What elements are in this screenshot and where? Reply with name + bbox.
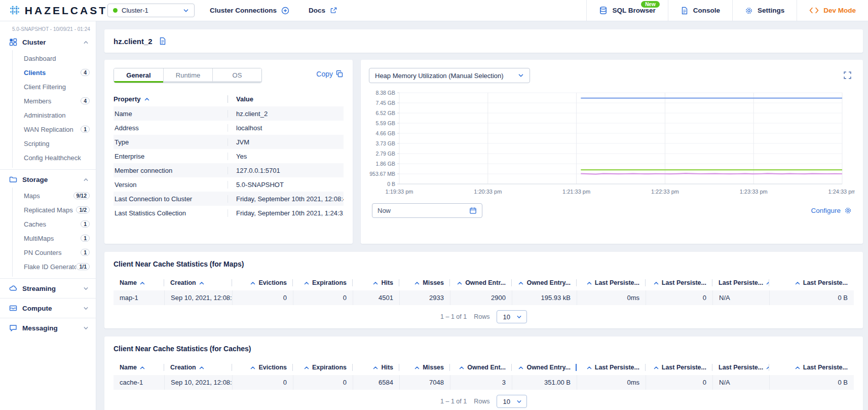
heap-memory-chart-svg: 8.38 GB7.45 GB6.52 GB5.59 GB4.66 GB3.73 … (369, 90, 855, 199)
column-header-expirations[interactable]: Expirations (293, 275, 353, 290)
expand-icon[interactable] (843, 71, 852, 80)
sidebar-item-label: PN Counters (24, 249, 81, 256)
count-badge: 1/1 (76, 263, 90, 270)
tab-general[interactable]: General (114, 68, 163, 83)
sort-caret-icon (140, 281, 145, 285)
time-picker-value: Now (378, 207, 391, 214)
table-cell: 0 (646, 375, 712, 390)
cluster-status-icon (113, 8, 118, 13)
sidebar-item-pn-counters[interactable]: PN Counters1 (13, 245, 96, 259)
column-header-owned-ent[interactable]: Owned Ent... (450, 360, 512, 375)
sidebar-section-streaming[interactable]: Streaming (0, 280, 96, 296)
column-header-expirations[interactable]: Expirations (293, 360, 353, 375)
column-header-label: Creation (170, 279, 196, 286)
rows-per-page-select[interactable]: 10 (497, 395, 526, 408)
column-header-hits[interactable]: Hits (353, 275, 399, 290)
database-icon (599, 6, 608, 15)
column-header-evictions[interactable]: Evictions (232, 275, 293, 290)
column-header-last-persiste[interactable]: Last Persiste... (577, 360, 646, 375)
column-header-last-persiste[interactable]: Last Persiste... (646, 275, 712, 290)
sidebar-item-replicated-maps[interactable]: Replicated Maps1/2 (13, 203, 96, 217)
column-header-owned-entry[interactable]: Owned Entry... (512, 275, 577, 290)
sidebar-item-members[interactable]: Members4 (13, 94, 96, 108)
column-header-label: Misses (423, 279, 444, 286)
table-cell: 0 (293, 375, 353, 390)
time-picker-input[interactable]: Now (372, 203, 482, 218)
column-header-name[interactable]: Name (114, 275, 164, 290)
column-header-label: Expirations (312, 279, 347, 286)
sidebar-section-label: Storage (22, 176, 78, 183)
sidebar-item-clients[interactable]: Clients4 (13, 65, 96, 80)
sidebar: 5.0-SNAPSHOT - 10/09/21 - 01:24 ClusterD… (0, 21, 96, 410)
configure-button[interactable]: Configure (811, 207, 852, 214)
console-button[interactable]: Console (668, 0, 732, 21)
sidebar-item-flake-id-generators[interactable]: Flake ID Generators1/1 (13, 259, 96, 274)
property-row-version: Version5.0-SNAPSHOT (114, 177, 344, 192)
sql-browser-button[interactable]: New SQL Browser (586, 0, 667, 21)
page-header-card: hz.client_2 (104, 29, 863, 53)
settings-button[interactable]: Settings (732, 0, 797, 21)
table-cell: 0 (293, 290, 353, 305)
column-header-hits[interactable]: Hits (353, 360, 399, 375)
column-header-last-persiste[interactable]: Last Persiste... (577, 275, 646, 290)
sidebar-section-cluster[interactable]: Cluster (0, 34, 96, 50)
client-details-card: General Runtime OS Copy Property Value (104, 60, 353, 244)
sort-caret-icon (457, 281, 462, 285)
column-header-creation[interactable]: Creation (164, 275, 232, 290)
column-header-misses[interactable]: Misses (399, 360, 450, 375)
tab-runtime[interactable]: Runtime (163, 68, 212, 83)
sidebar-item-maps[interactable]: Maps9/12 (13, 189, 96, 203)
sidebar-item-multimaps[interactable]: MultiMaps1 (13, 231, 96, 245)
column-header-name[interactable]: Name (114, 360, 164, 375)
property-column-label: Property (114, 95, 140, 103)
sort-caret-icon (373, 366, 378, 369)
column-header-last-persiste[interactable]: Last Persiste... (712, 275, 769, 290)
sort-caret-icon (250, 366, 255, 369)
property-row-type: TypeJVM (114, 135, 344, 149)
sidebar-item-client-filtering[interactable]: Client Filtering (13, 80, 96, 94)
sidebar-item-config-healthcheck[interactable]: Config Healthcheck (13, 151, 96, 165)
column-header-label: Misses (423, 364, 444, 371)
sidebar-section-messaging[interactable]: Messaging (0, 320, 96, 336)
cluster-connections-link[interactable]: Cluster Connections (210, 7, 289, 15)
configure-label: Configure (811, 207, 841, 214)
column-header-label: Expirations (312, 364, 347, 371)
rows-per-page-select[interactable]: 10 (497, 310, 526, 323)
column-header-owned-entry[interactable]: Owned Entry... (512, 360, 577, 375)
column-header-last-persiste[interactable]: Last Persiste... (769, 360, 854, 375)
sidebar-item-wan-replication[interactable]: WAN Replication1 (13, 122, 96, 136)
count-badge: 1 (81, 235, 90, 242)
property-name: Type (114, 138, 228, 146)
copy-name-icon[interactable] (159, 37, 167, 45)
column-header-last-persiste[interactable]: Last Persiste... (712, 360, 769, 375)
chevron-down-icon (83, 286, 89, 291)
column-header-last-persiste[interactable]: Last Persiste... (769, 275, 854, 290)
column-header-last-persiste[interactable]: Last Persiste... (646, 360, 712, 375)
tab-os[interactable]: OS (212, 68, 261, 83)
property-name: Enterprise (114, 153, 228, 160)
sidebar-item-scripting[interactable]: Scripting (13, 136, 96, 151)
axis-tick-label: 4.66 GB (375, 130, 395, 136)
column-header-creation[interactable]: Creation (164, 360, 232, 375)
copy-button[interactable]: Copy (316, 70, 344, 78)
dev-mode-button[interactable]: Dev Mode (797, 0, 868, 21)
sidebar-item-dashboard[interactable]: Dashboard (13, 51, 96, 65)
column-header-owned-entr[interactable]: Owned Entr... (450, 275, 512, 290)
cluster-selector[interactable]: Cluster-1 (107, 4, 195, 17)
docs-link[interactable]: Docs (309, 7, 337, 14)
property-column-header[interactable]: Property (114, 95, 228, 103)
table-row: map-1Sep 10, 2021, 12:08:460045012933290… (114, 290, 854, 305)
count-badge: 4 (81, 69, 90, 76)
sidebar-item-caches[interactable]: Caches1 (13, 217, 96, 231)
column-header-misses[interactable]: Misses (399, 275, 450, 290)
column-header-evictions[interactable]: Evictions (232, 360, 293, 375)
rows-per-page-value: 10 (503, 398, 510, 405)
sidebar-section-storage[interactable]: Storage (0, 171, 96, 188)
axis-tick-label: 1:24:33 pm (828, 189, 855, 195)
column-header-label: Last Persiste... (595, 279, 639, 286)
metric-selector[interactable]: Heap Memory Utilization (Manual Selectio… (369, 68, 530, 83)
stat-table-header-row: NameCreationEvictionsExpirationsHitsMiss… (114, 360, 854, 375)
sidebar-section-compute[interactable]: Compute (0, 300, 96, 316)
property-value: Yes (228, 153, 344, 160)
sidebar-item-administration[interactable]: Administration (13, 108, 96, 122)
